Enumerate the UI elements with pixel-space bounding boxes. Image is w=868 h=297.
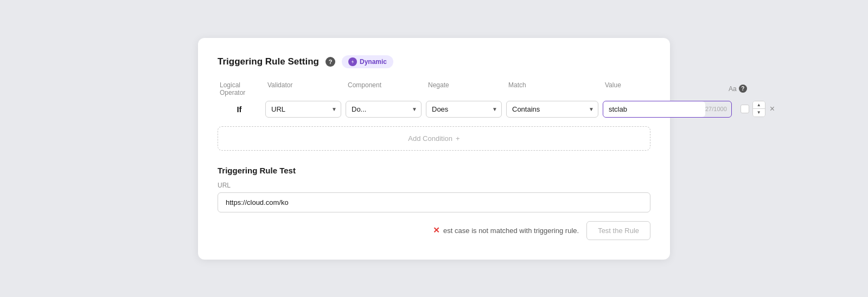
negate-select-wrap: Does Does Not ▼	[426, 101, 502, 118]
url-test-input[interactable]	[218, 192, 650, 212]
move-up-button[interactable]: ▲	[753, 101, 765, 109]
dynamic-badge-icon	[348, 57, 357, 66]
remove-condition-button[interactable]: ×	[769, 105, 776, 113]
error-x-icon: ✕	[433, 225, 440, 235]
value-input[interactable]	[603, 101, 705, 117]
move-down-button[interactable]: ▼	[753, 109, 765, 117]
aa-label: Aa	[729, 85, 737, 93]
validator-select[interactable]: URL	[265, 101, 341, 118]
page-title: Triggering Rule Setting	[218, 56, 319, 67]
title-help-icon[interactable]: ?	[326, 57, 335, 67]
condition-row: If URL ▼ Do... ▼ Does Does Not ▼ Contain…	[218, 101, 650, 118]
match-select[interactable]: Contains Equals Starts With Ends With	[506, 101, 598, 118]
dynamic-badge-label: Dynamic	[360, 58, 387, 66]
col-negate: Negate	[428, 81, 504, 96]
add-condition-button[interactable]: Add Condition +	[218, 126, 650, 151]
component-select[interactable]: Do...	[346, 101, 422, 118]
error-message: ✕ est case is not matched with triggerin…	[433, 225, 579, 235]
test-rule-button[interactable]: Test the Rule	[586, 221, 650, 240]
col-aa: Aa ?	[729, 81, 761, 96]
rule-test-section: Triggering Rule Test URL ✕ est case is n…	[218, 166, 650, 240]
url-label: URL	[218, 182, 650, 189]
validator-select-wrap: URL ▼	[265, 101, 341, 118]
result-row: ✕ est case is not matched with triggerin…	[218, 221, 650, 240]
col-match: Match	[508, 81, 601, 96]
row-checkbox[interactable]	[741, 105, 749, 113]
value-input-wrap: 27/1000	[603, 101, 732, 118]
rule-setting-card: Triggering Rule Setting ? Dynamic Logica…	[198, 38, 670, 260]
match-select-wrap: Contains Equals Starts With Ends With ▼	[506, 101, 598, 118]
add-condition-plus-icon: +	[456, 134, 460, 143]
if-label: If	[218, 105, 261, 114]
col-validator: Validator	[267, 81, 343, 96]
lightning-icon	[350, 59, 355, 64]
value-counter: 27/1000	[705, 106, 731, 112]
value-actions-group: 27/1000 ▲ ▼ ×	[603, 101, 776, 118]
svg-marker-0	[352, 60, 354, 64]
component-select-wrap: Do... ▼	[346, 101, 422, 118]
dynamic-badge: Dynamic	[342, 55, 393, 68]
rule-test-title: Triggering Rule Test	[218, 166, 650, 175]
up-down-buttons: ▲ ▼	[752, 101, 765, 117]
negate-select[interactable]: Does Does Not	[426, 101, 502, 118]
col-component: Component	[348, 81, 424, 96]
col-logical-operator: Logical Operator	[220, 81, 263, 96]
add-condition-label: Add Condition	[408, 134, 452, 143]
column-headers: Logical Operator Validator Component Neg…	[218, 81, 650, 96]
aa-help-icon[interactable]: ?	[739, 85, 747, 93]
col-value: Value	[605, 81, 724, 96]
header-row: Triggering Rule Setting ? Dynamic	[218, 55, 650, 68]
row-actions: ▲ ▼ ×	[741, 101, 776, 117]
error-text: est case is not matched with triggering …	[443, 227, 579, 235]
